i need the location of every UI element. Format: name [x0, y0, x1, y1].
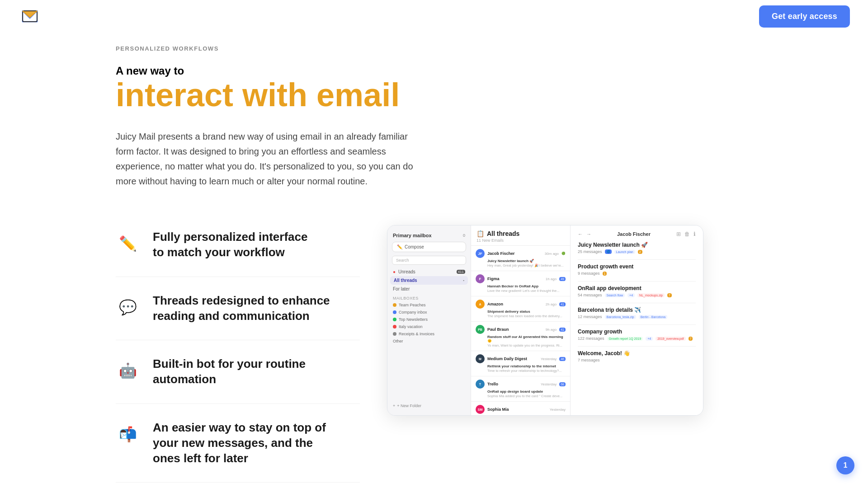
divider-2 [578, 281, 696, 282]
info-icon[interactable]: ℹ [693, 231, 696, 237]
thread-group-onrail: OnRail app development 54 messages Searc… [578, 285, 696, 297]
time-amazon: 2h ago [546, 302, 557, 306]
badge-launch-plan: 🔵 [605, 249, 612, 254]
mockup-folder-company-inbox[interactable]: Company inbox [387, 309, 471, 316]
mockup-folder-receipts[interactable]: Receipts & Invoices [387, 330, 471, 338]
preview-medium: Time to refresh your relationship to tec… [476, 369, 566, 373]
mockup-detail-pane: ← → Jacob Fischer ⊞ 🗑 ℹ Juicy Newsletter… [571, 225, 703, 415]
delete-icon[interactable]: 🗑 [684, 231, 690, 237]
allthreads-label: All threads [394, 278, 417, 283]
avatar-jacob: JF [476, 249, 485, 258]
mockup-folder-team-peaches[interactable]: Team Peaches [387, 301, 471, 309]
file-launch-plan: Launch plan [614, 250, 635, 254]
mockup-folder-italy[interactable]: Italy vacation [387, 323, 471, 330]
compose-label: Compose [405, 244, 424, 249]
thread-item-jacob[interactable]: JF Jacob Fischer 30m ago 🟢 Juicy Newslet… [471, 246, 570, 271]
mockup-sidebar-header: Primary mailbox 0 [387, 230, 471, 242]
gallery-icon[interactable]: ⊞ [676, 231, 681, 237]
feature-item-1: ✏️ Fully personalized interfaceto match … [116, 225, 360, 277]
file-plus4-company: +4 [646, 337, 653, 341]
group-title-company: Company growth [578, 328, 696, 335]
thread-item-sophia[interactable]: SM Sophia Mia Yesterday July Marketing c… [471, 402, 570, 415]
folder-label-receipts: Receipts & Invoices [399, 332, 434, 336]
subject-jacob: Juicy Newsletter launch 🚀 [476, 259, 566, 263]
thread-item-amazon[interactable]: A Amazon 2h ago 41 Shipment delivery sta… [471, 296, 570, 322]
file-plus4: +4 [627, 293, 635, 297]
header: Get early access [0, 0, 868, 33]
add-folder-icon: + [393, 404, 395, 408]
avatar-figma: F [476, 274, 485, 283]
get-early-access-button[interactable]: Get early access [759, 5, 850, 28]
forlater-label: For later [393, 286, 410, 291]
thread-group-company: Company growth 122 messages Growth repor… [578, 328, 696, 341]
divider-3 [578, 303, 696, 303]
group-title-onrail: OnRail app development [578, 285, 696, 291]
mockup-nav-allthreads[interactable]: All threads • [390, 276, 468, 285]
mockup-folder-other[interactable]: Other [387, 338, 471, 345]
mockup-mailboxes-label: Mailboxes [387, 293, 471, 301]
time-trello: Yesterday [541, 382, 557, 386]
mockup-nav-unreads[interactable]: ● Unreads 411 [387, 267, 471, 276]
group-title-barcelona: Barcelona trip details ✈️ [578, 307, 696, 313]
feature-title-3: Built-in bot for your routineautomation [153, 357, 306, 387]
mockup-add-folder-button[interactable]: + + New Folder [387, 401, 471, 411]
mockup-threads-subtitle: 11 New Emails [476, 238, 565, 243]
subject-trello: OnRail app design board update [476, 389, 566, 394]
mockup-inner: Primary mailbox 0 ✏️ Compose Search ● Un… [387, 225, 703, 415]
file-nl-mockups: NL_mockups.zip [637, 293, 665, 297]
thread-item-figma[interactable]: F Figma 1h ago 49 Hannah Becker in OnRai… [471, 271, 570, 296]
badge-figma: 49 [559, 277, 566, 281]
hero-title: A new way to interact with email [116, 65, 414, 113]
avatar-paul: PB [476, 325, 485, 334]
file-overview: 2019_overview.pdf [656, 337, 685, 341]
feature-title-1: Fully personalized interfaceto match you… [153, 230, 307, 260]
notification-bubble[interactable]: 1 [836, 456, 854, 474]
group-title-product: Product growth event [578, 263, 696, 270]
robot-icon: 🤖 [116, 358, 140, 383]
group-messages-welcome: 7 messages [578, 358, 600, 362]
feature-item-4: 📬 An easier way to stay on top ofyour ne… [116, 404, 360, 483]
group-meta-barcelona: 12 messages Barcelona_tesla.zip Berlin -… [578, 314, 696, 319]
thread-item-medium[interactable]: M Medium Daily Digest Yesterday 46 Rethi… [471, 351, 570, 376]
file-barcelona-zip: Barcelona_tesla.zip [605, 315, 636, 319]
badge-medium: 46 [559, 357, 566, 361]
time-sophia: Yesterday [550, 408, 566, 412]
avatar-medium: M [476, 354, 485, 363]
thread-item-trello[interactable]: T Trello Yesterday 68 OnRail app design … [471, 376, 570, 402]
group-messages-juicy: 25 messages [578, 249, 602, 254]
app-screenshot: Primary mailbox 0 ✏️ Compose Search ● Un… [387, 225, 703, 416]
folder-label-newsletters: Top Newsletters [399, 317, 428, 322]
nav-label-unreads: Unreads [398, 269, 415, 274]
mockup-threads-list: 📋 All threads 11 New Emails JF Jacob Fis… [471, 225, 571, 415]
mailbox-icon: 📬 [116, 422, 140, 446]
mockup-nav-forlater[interactable]: For later [387, 285, 471, 293]
preview-figma: Love the new gradient! Let's use it thou… [476, 289, 566, 293]
mockup-threads-title: 📋 All threads [476, 230, 565, 237]
allthreads-dot: • [463, 278, 464, 282]
divider-4 [578, 324, 696, 325]
mockup-search[interactable]: Search [392, 256, 466, 265]
back-icon[interactable]: ← [578, 231, 583, 237]
folder-dot-newsletters [393, 318, 396, 321]
mockup-sidebar: Primary mailbox 0 ✏️ Compose Search ● Un… [387, 225, 471, 415]
threads-icon: 📋 [476, 230, 484, 237]
preview-paul: Yo man, Want to update you on the progre… [476, 343, 566, 347]
thread-item-paul[interactable]: PB Paul Braun 9h ago 41 Random stuff our… [471, 322, 570, 351]
subject-figma: Hannah Becker in OnRail App [476, 284, 566, 288]
thread-group-juicy: Juicy Newsletter launch 🚀 25 messages 🔵 … [578, 242, 696, 254]
hero-text: PERSONALIZED WORKFLOWS A new way to inte… [116, 45, 414, 189]
sender-paul: Paul Braun [487, 327, 543, 332]
mockup-compose-button[interactable]: ✏️ Compose [392, 242, 466, 252]
folder-label-team-peaches: Team Peaches [399, 303, 426, 307]
avatar-trello: T [476, 380, 485, 389]
folder-dot-italy [393, 325, 396, 328]
forward-icon[interactable]: → [586, 231, 591, 237]
badge-amazon: 41 [559, 302, 566, 306]
logo-wrap [18, 5, 42, 28]
time-figma: 1h ago [546, 277, 557, 281]
preview-amazon: The shipment has been loaded onto the de… [476, 314, 566, 318]
mockup-sidebar-title: Primary mailbox [393, 233, 432, 238]
mockup-folder-newsletters[interactable]: Top Newsletters [387, 316, 471, 323]
preview-jacob: Hey man, Great job yesterday! 🎉 I believ… [476, 263, 566, 267]
folder-label-company-inbox: Company inbox [399, 310, 427, 314]
